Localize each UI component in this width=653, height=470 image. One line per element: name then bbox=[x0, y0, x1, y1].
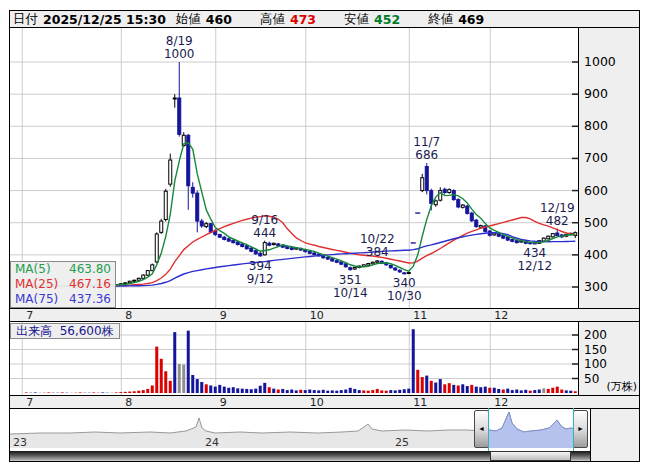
low-value: 452 bbox=[374, 12, 400, 27]
month-label: 7 bbox=[26, 309, 33, 322]
volume-value: 56,600株 bbox=[60, 324, 114, 338]
price-tick-label: 300 bbox=[584, 279, 608, 294]
volume-axis: (万株) 20015010050 bbox=[579, 322, 639, 395]
price-tick-label: 900 bbox=[584, 86, 608, 101]
high-label: 高値 bbox=[260, 11, 285, 28]
ma5-label: MA(5) bbox=[15, 262, 51, 277]
price-tick-label: 600 bbox=[584, 183, 608, 198]
date-value: 2025/12/25 15:30 bbox=[43, 12, 166, 27]
ma5-value: 463.80 bbox=[69, 262, 111, 277]
ma75-legend-row: MA(75) 437.36 bbox=[11, 292, 115, 307]
volume-label: 出来高 bbox=[16, 324, 52, 338]
svg-text:351: 351 bbox=[339, 273, 362, 287]
left-arrow-icon: ◄ bbox=[478, 425, 485, 432]
date-label: 日付 bbox=[13, 11, 38, 28]
svg-text:434: 434 bbox=[523, 246, 546, 260]
svg-text:482: 482 bbox=[546, 214, 569, 228]
selection-left-guide bbox=[488, 408, 489, 451]
volume-tick-label: 150 bbox=[584, 343, 607, 357]
month-label: 10 bbox=[310, 309, 324, 322]
svg-text:9/12: 9/12 bbox=[247, 272, 274, 286]
price-tick-label: 700 bbox=[584, 150, 608, 165]
ma25-label: MA(25) bbox=[15, 277, 58, 292]
nav-svg: 232425 bbox=[10, 409, 590, 451]
svg-text:340: 340 bbox=[393, 276, 416, 290]
svg-text:9/16: 9/16 bbox=[251, 213, 278, 227]
ma5-legend-row: MA(5) 463.80 bbox=[11, 262, 115, 277]
month-label: 12 bbox=[494, 309, 508, 322]
month-label: 9 bbox=[220, 309, 227, 322]
nav-right-panel bbox=[591, 409, 639, 461]
price-tick-label: 500 bbox=[584, 215, 608, 230]
svg-text:444: 444 bbox=[253, 226, 276, 240]
nav-left-button[interactable]: ◄ bbox=[474, 410, 489, 448]
svg-text:10/30: 10/30 bbox=[387, 289, 422, 303]
range-navigator[interactable]: 232425 bbox=[10, 409, 590, 451]
month-label: 8 bbox=[125, 309, 132, 322]
nav-year-label: 23 bbox=[13, 436, 27, 449]
svg-text:686: 686 bbox=[415, 148, 438, 162]
price-annotations: 8/1910003949/129/1644435110/1410/2238434… bbox=[164, 34, 575, 303]
month-axis-top: 789101112 bbox=[10, 308, 639, 322]
month-label: 12 bbox=[494, 396, 508, 409]
ma75-label: MA(75) bbox=[15, 292, 58, 307]
nav-year-label: 24 bbox=[205, 436, 219, 449]
month-label: 10 bbox=[310, 396, 324, 409]
ma25-legend-row: MA(25) 467.16 bbox=[11, 277, 115, 292]
month-label: 11 bbox=[413, 309, 427, 322]
svg-text:384: 384 bbox=[366, 245, 389, 259]
close-value: 469 bbox=[458, 12, 484, 27]
nav-year-label: 25 bbox=[395, 436, 409, 449]
scrollbar-thumb[interactable] bbox=[490, 451, 571, 461]
svg-text:10/14: 10/14 bbox=[333, 286, 368, 300]
svg-text:11/7: 11/7 bbox=[413, 135, 440, 149]
open-label: 始値 bbox=[176, 11, 201, 28]
volume-tick-label: 100 bbox=[584, 357, 607, 371]
price-axis: 1000900800700600500400300 bbox=[579, 28, 639, 308]
candlesticks bbox=[25, 62, 577, 287]
volume-unit-label: (万株) bbox=[606, 379, 637, 394]
svg-text:12/12: 12/12 bbox=[517, 259, 552, 273]
month-axis-bottom: 789101112 bbox=[10, 395, 639, 409]
price-tick-label: 400 bbox=[584, 247, 608, 262]
ma25-value: 467.16 bbox=[69, 277, 111, 292]
month-label: 9 bbox=[220, 396, 227, 409]
svg-text:10/22: 10/22 bbox=[360, 232, 395, 246]
svg-text:1000: 1000 bbox=[164, 47, 195, 61]
right-arrow-icon: ► bbox=[577, 425, 584, 432]
high-value: 473 bbox=[290, 12, 316, 27]
price-tick-label: 800 bbox=[584, 118, 608, 133]
close-label: 終値 bbox=[428, 11, 453, 28]
ma75-value: 437.36 bbox=[69, 292, 111, 307]
volume-value-badge: 出来高 56,600株 bbox=[10, 323, 120, 339]
svg-text:12/19: 12/19 bbox=[540, 201, 575, 215]
selection-right-guide bbox=[573, 408, 574, 451]
volume-tick-label: 50 bbox=[584, 372, 599, 386]
month-label: 8 bbox=[125, 396, 132, 409]
price-tick-label: 1000 bbox=[584, 54, 616, 69]
month-label: 11 bbox=[413, 396, 427, 409]
ma-legend: MA(5) 463.80 MA(25) 467.16 MA(75) 437.36 bbox=[10, 261, 116, 308]
nav-right-button[interactable]: ► bbox=[573, 410, 588, 448]
low-label: 安値 bbox=[344, 11, 369, 28]
ohlc-header: 日付 2025/12/25 15:30 始値 460 高値 473 安値 452… bbox=[10, 11, 639, 28]
open-value: 460 bbox=[206, 12, 232, 27]
volume-tick-label: 200 bbox=[584, 328, 607, 342]
svg-text:394: 394 bbox=[249, 259, 272, 273]
month-label: 7 bbox=[26, 396, 33, 409]
svg-text:8/19: 8/19 bbox=[166, 34, 193, 48]
